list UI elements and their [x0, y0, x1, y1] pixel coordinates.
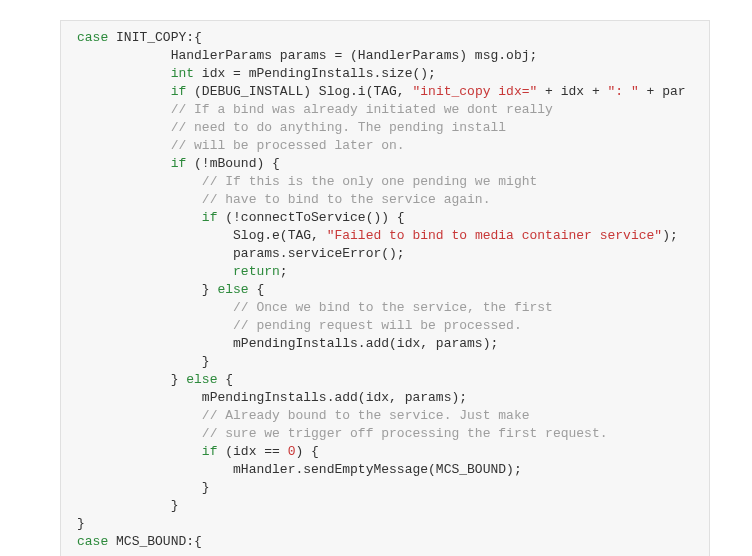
keyword-else: else — [186, 372, 217, 387]
code-line: } — [202, 480, 210, 495]
code-line: mHandler.sendEmptyMessage(MCS_BOUND); — [233, 462, 522, 477]
code-block: case INIT_COPY:{ HandlerParams params = … — [60, 20, 710, 556]
code-line: } — [171, 372, 187, 387]
keyword-return: return — [233, 264, 280, 279]
code-line: } — [202, 354, 210, 369]
identifier: MCS_BOUND — [116, 534, 186, 549]
keyword-if: if — [202, 210, 218, 225]
keyword-case: case — [77, 534, 108, 549]
string-literal: "Failed to bind to media container servi… — [327, 228, 662, 243]
string-literal: "init_copy idx=" — [412, 84, 537, 99]
code-line: (!mBound) { — [186, 156, 280, 171]
keyword-if: if — [202, 444, 218, 459]
code-line: } — [171, 498, 179, 513]
code-line: HandlerParams params = (HandlerParams) m… — [171, 48, 538, 63]
comment: // Already bound to the service. Just ma… — [202, 408, 530, 423]
code-line: (!connectToService()) { — [217, 210, 404, 225]
code-line: mPendingInstalls.add(idx, params); — [202, 390, 467, 405]
code-line: { — [249, 282, 265, 297]
comment: // sure we trigger off processing the fi… — [202, 426, 608, 441]
code-line: (idx == — [217, 444, 287, 459]
comment: // If a bind was already initiated we do… — [171, 102, 553, 117]
code-line: } — [202, 282, 218, 297]
code-line: } — [77, 516, 85, 531]
code-line: + idx + — [537, 84, 607, 99]
code-line: mPendingInstalls.add(idx, params); — [233, 336, 498, 351]
code-line: params.serviceError(); — [233, 246, 405, 261]
code-line: + par — [639, 84, 686, 99]
comment: // If this is the only one pending we mi… — [202, 174, 537, 189]
identifier: INIT_COPY — [116, 30, 186, 45]
comment: // will be processed later on. — [171, 138, 405, 153]
code-line: ; — [280, 264, 288, 279]
punct: :{ — [186, 534, 202, 549]
code-line: idx = mPendingInstalls.size(); — [194, 66, 436, 81]
comment: // have to bind to the service again. — [202, 192, 491, 207]
comment: // Once we bind to the service, the firs… — [233, 300, 553, 315]
keyword-else: else — [217, 282, 248, 297]
keyword-if: if — [171, 156, 187, 171]
code-line: Slog.e(TAG, — [233, 228, 327, 243]
keyword-int: int — [171, 66, 194, 81]
code-line: (DEBUG_INSTALL) Slog.i(TAG, — [186, 84, 412, 99]
string-literal: ": " — [608, 84, 639, 99]
code-line: ); — [662, 228, 678, 243]
comment: // pending request will be processed. — [233, 318, 522, 333]
punct: :{ — [186, 30, 202, 45]
keyword-case: case — [77, 30, 108, 45]
code-line: ) { — [295, 444, 318, 459]
code-line: { — [217, 372, 233, 387]
comment: // need to do anything. The pending inst… — [171, 120, 506, 135]
keyword-if: if — [171, 84, 187, 99]
